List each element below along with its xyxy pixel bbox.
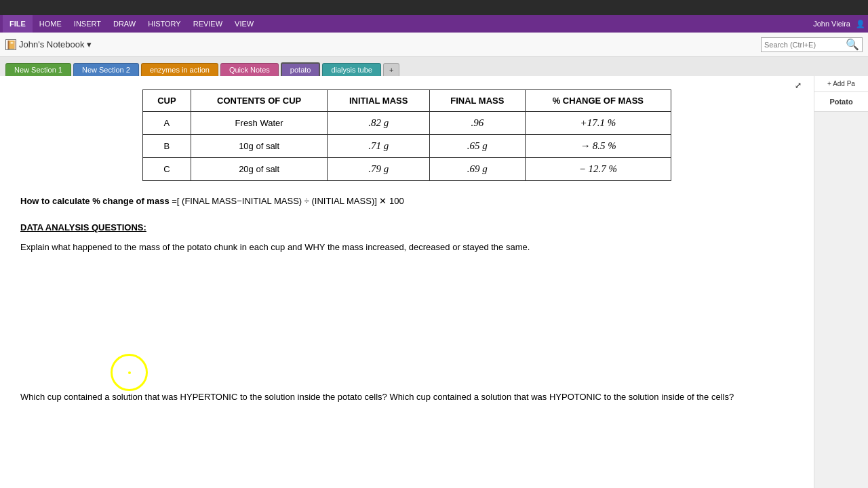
row-b-contents: 10g of salt bbox=[191, 135, 328, 158]
row-a-change: +17.1 % bbox=[525, 112, 671, 135]
row-a-initial: .82 g bbox=[328, 112, 430, 135]
tab-dialysis-tube[interactable]: dialysis tube bbox=[322, 63, 381, 76]
history-menu-item[interactable]: HISTORY bbox=[142, 18, 186, 29]
search-icon[interactable]: 🔍 bbox=[846, 38, 859, 51]
formula-expression: =[ (FINAL MASS−INITIAL MASS) ÷ (INITIAL … bbox=[170, 196, 404, 206]
search-box[interactable]: 🔍 bbox=[761, 37, 863, 52]
row-b-initial: .71 g bbox=[328, 135, 430, 158]
row-b-change: → 8.5 % bbox=[525, 135, 671, 158]
title-bar bbox=[0, 0, 868, 15]
col-header-cup: CUP bbox=[143, 90, 191, 112]
content-area[interactable]: ⤢ CUP CONTENTS OF CUP INITIAL MASS FINAL… bbox=[0, 76, 814, 488]
col-header-final-mass: FINAL MASS bbox=[429, 90, 525, 112]
insert-menu-item[interactable]: INSERT bbox=[68, 18, 106, 29]
add-page-button[interactable]: + Add Pa bbox=[814, 76, 868, 92]
notebook-header: 📔 John's Notebook ▾ 🔍 bbox=[0, 33, 868, 57]
user-name: John Vieira bbox=[813, 20, 850, 28]
empty-space bbox=[20, 268, 793, 390]
question-2: Which cup contained a solution that was … bbox=[20, 390, 793, 405]
notebook-title-text: John's Notebook bbox=[19, 39, 84, 49]
row-c-change: − 12.7 % bbox=[525, 158, 671, 181]
notebook-title-area[interactable]: 📔 John's Notebook ▾ bbox=[5, 39, 92, 50]
row-c-initial: .79 g bbox=[328, 158, 430, 181]
tab-potato[interactable]: potato bbox=[281, 62, 321, 76]
table-row: C 20g of salt .79 g .69 g − 12.7 % bbox=[143, 158, 671, 181]
tab-enzymes-in-action[interactable]: enzymes in action bbox=[141, 63, 218, 76]
row-a-final: .96 bbox=[429, 112, 525, 135]
notebook-dropdown-icon[interactable]: ▾ bbox=[87, 39, 92, 49]
draw-menu-item[interactable]: DRAW bbox=[108, 18, 141, 29]
tab-new-section-1[interactable]: New Section 1 bbox=[5, 63, 71, 76]
user-avatar-icon: 👤 bbox=[856, 20, 865, 28]
tab-quick-notes[interactable]: Quick Notes bbox=[220, 63, 279, 76]
formula-label: How to calculate % change of mass bbox=[20, 196, 170, 206]
home-menu-item[interactable]: HOME bbox=[34, 18, 67, 29]
table-row: B 10g of salt .71 g .65 g → 8.5 % bbox=[143, 135, 671, 158]
tab-add-new[interactable]: + bbox=[383, 63, 399, 76]
tab-new-section-2[interactable]: New Section 2 bbox=[73, 63, 139, 76]
review-menu-item[interactable]: REVIEW bbox=[188, 18, 228, 29]
row-b-final: .65 g bbox=[429, 135, 525, 158]
data-analysis-heading: DATA ANALYSIS QUESTIONS: bbox=[20, 222, 793, 232]
row-c-contents: 20g of salt bbox=[191, 158, 328, 181]
view-menu-item[interactable]: VIEW bbox=[229, 18, 259, 29]
row-a-cup: A bbox=[143, 112, 191, 135]
col-header-contents: CONTENTS OF CUP bbox=[191, 90, 328, 112]
user-section: John Vieira 👤 bbox=[813, 20, 865, 28]
question-1: Explain what happened to the mass of the… bbox=[20, 241, 793, 255]
notebook-icon: 📔 bbox=[5, 39, 16, 50]
row-a-contents: Fresh Water bbox=[191, 112, 328, 135]
file-menu-button[interactable]: FILE bbox=[3, 15, 33, 33]
row-c-final: .69 g bbox=[429, 158, 525, 181]
search-input[interactable] bbox=[764, 41, 846, 49]
main-layout: ⤢ CUP CONTENTS OF CUP INITIAL MASS FINAL… bbox=[0, 76, 868, 488]
right-sidebar: + Add Pa Potato bbox=[814, 76, 868, 488]
data-table: CUP CONTENTS OF CUP INITIAL MASS FINAL M… bbox=[142, 89, 671, 181]
table-row: A Fresh Water .82 g .96 +17.1 % bbox=[143, 112, 671, 135]
row-b-cup: B bbox=[143, 135, 191, 158]
col-header-initial-mass: INITIAL MASS bbox=[328, 90, 430, 112]
col-header-change: % CHANGE OF MASS bbox=[525, 90, 671, 112]
row-c-cup: C bbox=[143, 158, 191, 181]
menu-bar: FILE HOME INSERT DRAW HISTORY REVIEW VIE… bbox=[0, 15, 868, 33]
section-tabs: New Section 1 New Section 2 enzymes in a… bbox=[0, 57, 868, 76]
formula-section: How to calculate % change of mass =[ (FI… bbox=[20, 195, 793, 209]
expand-button[interactable]: ⤢ bbox=[795, 79, 802, 91]
page-tab-potato[interactable]: Potato bbox=[814, 92, 868, 112]
